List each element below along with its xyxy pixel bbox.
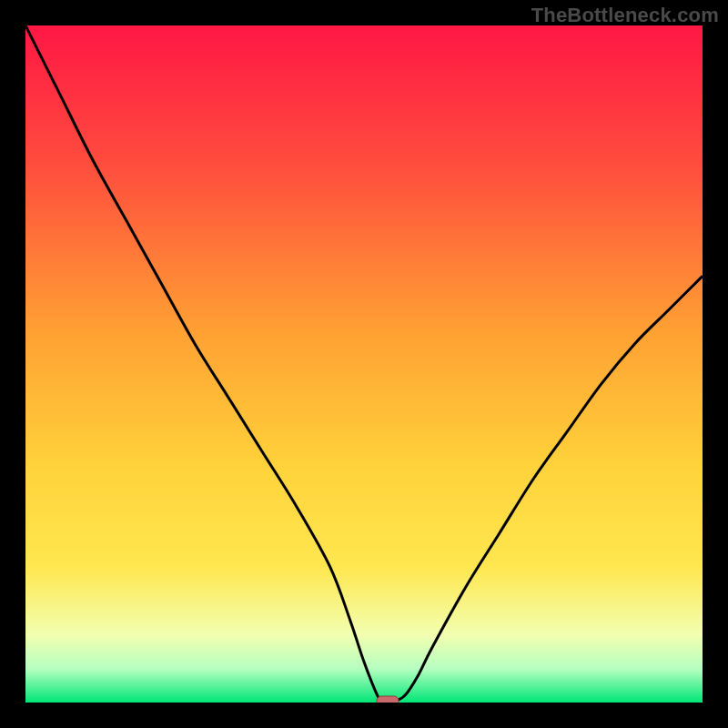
gradient-background bbox=[25, 25, 703, 703]
chart-svg bbox=[25, 25, 703, 703]
plot-area bbox=[25, 25, 703, 703]
chart-frame: TheBottleneck.com bbox=[0, 0, 728, 728]
optimum-marker bbox=[377, 696, 399, 703]
watermark-text: TheBottleneck.com bbox=[531, 4, 719, 27]
